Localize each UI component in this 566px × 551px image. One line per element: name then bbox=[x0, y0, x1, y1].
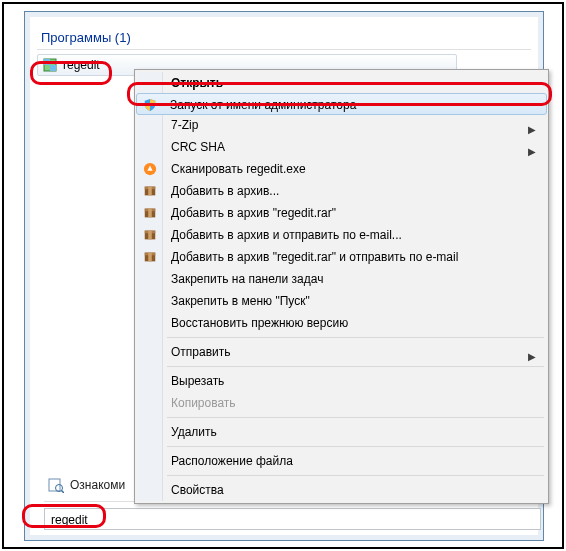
winrar-icon bbox=[142, 205, 158, 221]
results-header: Программы (1) bbox=[37, 24, 531, 50]
search-input[interactable]: regedit bbox=[44, 508, 541, 530]
menu-pin-taskbar[interactable]: Закрепить на панели задач bbox=[137, 268, 546, 290]
menu-7zip[interactable]: 7-Zip ▶ bbox=[137, 114, 546, 136]
menu-archive-named-email-label: Добавить в архив "regedit.rar" и отправи… bbox=[171, 250, 458, 264]
menu-copy[interactable]: Копировать bbox=[137, 392, 546, 414]
menu-open-label: Открыть bbox=[171, 76, 223, 90]
winrar-icon bbox=[142, 227, 158, 243]
menu-separator bbox=[167, 475, 544, 476]
menu-cut[interactable]: Вырезать bbox=[137, 370, 546, 392]
menu-run-as-admin[interactable]: Запуск от имени администратора bbox=[136, 93, 547, 115]
menu-run-as-admin-label: Запуск от имени администратора bbox=[170, 98, 356, 112]
menu-separator bbox=[167, 337, 544, 338]
menu-crc-sha[interactable]: CRC SHA ▶ bbox=[137, 136, 546, 158]
menu-add-archive[interactable]: Добавить в архив... bbox=[137, 180, 546, 202]
svg-rect-2 bbox=[50, 65, 56, 71]
menu-restore-previous-label: Восстановить прежнюю версию bbox=[171, 316, 348, 330]
menu-separator bbox=[167, 446, 544, 447]
menu-open[interactable]: Открыть bbox=[137, 72, 546, 94]
menu-file-location[interactable]: Расположение файла bbox=[137, 450, 546, 472]
regedit-icon bbox=[42, 57, 58, 73]
menu-crc-sha-label: CRC SHA bbox=[171, 140, 225, 154]
programs-header-text: Программы (1) bbox=[41, 30, 131, 45]
menu-pin-taskbar-label: Закрепить на панели задач bbox=[171, 272, 323, 286]
menu-archive-email[interactable]: Добавить в архив и отправить по e-mail..… bbox=[137, 224, 546, 246]
search-input-value: regedit bbox=[51, 513, 88, 527]
menu-scan-label: Сканировать regedit.exe bbox=[171, 162, 306, 176]
menu-send-to-label: Отправить bbox=[171, 345, 231, 359]
menu-add-archive-label: Добавить в архив... bbox=[171, 184, 279, 198]
menu-send-to[interactable]: Отправить ▶ bbox=[137, 341, 546, 363]
menu-cut-label: Вырезать bbox=[171, 374, 224, 388]
menu-copy-label: Копировать bbox=[171, 396, 236, 410]
menu-properties-label: Свойства bbox=[171, 483, 224, 497]
context-menu: Открыть Запуск от имени администратора 7… bbox=[134, 69, 549, 504]
winrar-icon bbox=[142, 183, 158, 199]
menu-restore-previous[interactable]: Восстановить прежнюю версию bbox=[137, 312, 546, 334]
svg-rect-9 bbox=[148, 187, 152, 196]
menu-pin-start-label: Закрепить в меню "Пуск" bbox=[171, 294, 310, 308]
menu-pin-start[interactable]: Закрепить в меню "Пуск" bbox=[137, 290, 546, 312]
menu-add-archive-named-label: Добавить в архив "regedit.rar" bbox=[171, 206, 336, 220]
svg-rect-18 bbox=[148, 253, 152, 262]
search-results-icon bbox=[48, 477, 64, 493]
winrar-icon bbox=[142, 249, 158, 265]
menu-7zip-label: 7-Zip bbox=[171, 118, 198, 132]
menu-properties[interactable]: Свойства bbox=[137, 479, 546, 501]
menu-delete-label: Удалить bbox=[171, 425, 217, 439]
menu-archive-email-label: Добавить в архив и отправить по e-mail..… bbox=[171, 228, 402, 242]
menu-delete[interactable]: Удалить bbox=[137, 421, 546, 443]
menu-separator bbox=[167, 417, 544, 418]
chevron-right-icon: ▶ bbox=[528, 346, 536, 368]
search-result-label: regedit bbox=[63, 58, 100, 72]
menu-separator bbox=[167, 366, 544, 367]
menu-scan[interactable]: Сканировать regedit.exe bbox=[137, 158, 546, 180]
menu-archive-named-email[interactable]: Добавить в архив "regedit.rar" и отправи… bbox=[137, 246, 546, 268]
shield-icon bbox=[142, 97, 158, 113]
svg-line-5 bbox=[62, 491, 65, 494]
svg-rect-1 bbox=[44, 59, 50, 65]
svg-rect-15 bbox=[148, 231, 152, 240]
svg-rect-12 bbox=[148, 209, 152, 218]
menu-add-archive-named[interactable]: Добавить в архив "regedit.rar" bbox=[137, 202, 546, 224]
see-more-label: Ознакоми bbox=[70, 478, 125, 492]
avast-icon bbox=[142, 161, 158, 177]
menu-file-location-label: Расположение файла bbox=[171, 454, 293, 468]
